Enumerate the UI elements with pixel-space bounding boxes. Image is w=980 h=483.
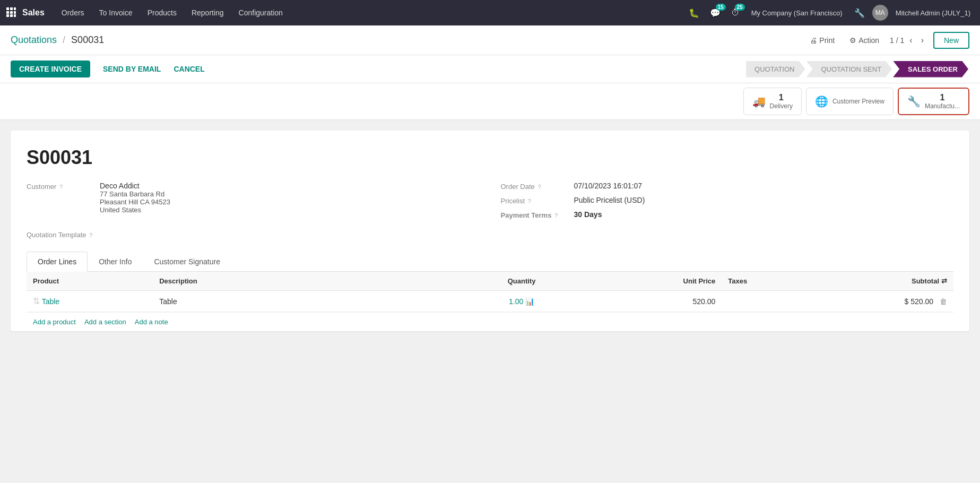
chat-icon[interactable]: 💬 15 [707,6,724,20]
clock-icon[interactable]: ⏱ 25 [728,6,743,20]
tab-order-lines[interactable]: Order Lines [27,252,88,272]
printer-icon: 🖨 [810,36,817,45]
quotation-template-row: Quotation Template ? [27,230,953,239]
nav-configuration[interactable]: Configuration [232,5,289,20]
col-header-unit-price: Unit Price [595,272,722,291]
nav-products[interactable]: Products [141,5,183,20]
delivery-button[interactable]: 🚚 1 Delivery [743,88,802,115]
col-header-quantity: Quantity [448,272,595,291]
manufacturing-label: Manufactu... [925,102,960,110]
tabs-bar: Order Lines Other Info Customer Signatur… [27,252,953,272]
manufacturing-button[interactable]: 🔧 1 Manufactu... [898,88,969,115]
columns-settings-icon[interactable]: ⇄ [941,277,947,285]
bug-icon[interactable]: 🐛 [686,6,703,20]
payment-terms-label: Payment Terms ? [501,210,570,219]
product-link[interactable]: Table [42,297,59,306]
pricelist-help[interactable]: ? [528,198,531,204]
action-button[interactable]: ⚙ Action [845,34,883,47]
drag-handle[interactable]: ⇅ [33,297,40,306]
status-pipeline: QUOTATION QUOTATION SENT SALES ORDER [746,61,969,77]
payment-terms-value: 30 Days [574,210,602,219]
svg-rect-5 [14,11,16,14]
add-row-footer: Add a product Add a section Add a note [27,312,953,331]
form-fields: Customer ? Deco Addict 77 Santa Barbara … [27,182,953,219]
customer-name[interactable]: Deco Addict [100,182,140,190]
customer-value: Deco Addict 77 Santa Barbara Rd Pleasant… [100,182,170,214]
svg-rect-4 [10,11,13,14]
action-bar: CREATE INVOICE SEND BY EMAIL CANCEL QUOT… [0,55,980,83]
customer-address3: United States [100,206,170,214]
tools-icon[interactable]: 🔧 [851,6,868,20]
nav-to-invoice[interactable]: To Invoice [93,5,139,20]
order-date-value: 07/10/2023 16:01:07 [574,182,642,190]
customer-address1: 77 Santa Barbara Rd [100,190,170,198]
pricelist-value: Public Pricelist (USD) [574,196,645,204]
tab-customer-signature[interactable]: Customer Signature [143,252,231,271]
nav-orders[interactable]: Orders [55,5,91,20]
form-title: S00031 [27,146,953,169]
create-invoice-button[interactable]: CREATE INVOICE [11,61,90,77]
nav-reporting[interactable]: Reporting [185,5,230,20]
wrench-icon: 🔧 [907,95,921,108]
print-label: Print [819,36,835,45]
pricelist-label: Pricelist ? [501,196,570,205]
breadcrumb-parent[interactable]: Quotations [11,34,57,45]
add-product-link[interactable]: Add a product [33,318,76,326]
pricelist-field-row: Pricelist ? Public Pricelist (USD) [501,196,954,205]
forecast-icon[interactable]: 📊 [525,297,534,306]
order-date-label: Order Date ? [501,182,570,191]
breadcrumb-separator: / [63,34,65,45]
row-unit-price: 520.00 [595,291,722,312]
svg-rect-1 [10,7,13,10]
cancel-button[interactable]: CANCEL [167,61,211,77]
customer-preview-icon: 🌐 [815,95,828,108]
next-page-button[interactable]: › [918,34,927,46]
gear-icon: ⚙ [849,36,856,45]
payment-terms-field-row: Payment Terms ? 30 Days [501,210,954,219]
table-row: ⇅ Table Table 1.00 📊 520.00 $ 520.00 🗑 [27,291,953,312]
print-button[interactable]: 🖨 Print [805,34,839,47]
company-name: My Company (San Francisco) [747,9,847,17]
status-sales-order[interactable]: SALES ORDER [893,61,968,77]
top-navigation: Sales Orders To Invoice Products Reporti… [0,0,980,25]
svg-rect-6 [6,14,9,17]
delete-icon[interactable]: 🗑 [940,297,947,306]
col-header-product: Product [27,272,153,291]
status-quotation-sent[interactable]: QUOTATION SENT [806,61,892,77]
action-label: Action [858,36,879,45]
grid-icon[interactable] [6,7,16,19]
manufacturing-count: 1 [925,93,960,102]
add-section-link[interactable]: Add a section [84,318,126,326]
customer-label: Customer ? [27,182,96,191]
smart-buttons-bar: 🚚 1 Delivery 🌐 Customer Preview 🔧 1 Manu… [0,83,980,120]
status-quotation[interactable]: QUOTATION [746,61,805,77]
quotation-template-label: Quotation Template ? [27,230,96,239]
quotation-template-help[interactable]: ? [89,232,92,238]
customer-preview-label: Customer Preview [832,98,884,105]
order-date-help[interactable]: ? [537,184,541,190]
new-button[interactable]: New [933,32,969,49]
row-quantity: 1.00 📊 [448,291,595,312]
tab-other-info[interactable]: Other Info [88,252,143,271]
row-subtotal: $ 520.00 🗑 [806,291,953,312]
avatar[interactable]: MA [872,5,888,21]
app-name[interactable]: Sales [22,8,45,18]
payment-terms-help[interactable]: ? [554,212,558,219]
main-content: S00031 Customer ? Deco Addict 77 Santa B… [0,120,980,342]
row-product: ⇅ Table [27,291,153,312]
col-header-description: Description [153,272,448,291]
row-taxes [722,291,806,312]
page-info: 1 / 1 [890,36,904,45]
customer-preview-button[interactable]: 🌐 Customer Preview [806,88,894,115]
prev-page-button[interactable]: ‹ [906,34,915,46]
svg-rect-2 [14,7,16,10]
order-table: Product Description Quantity Unit Price … [27,272,953,312]
user-name[interactable]: Mitchell Admin (JULY_1) [892,9,974,17]
customer-address2: Pleasant Hill CA 94523 [100,198,170,206]
clock-badge: 25 [735,4,745,11]
svg-rect-7 [10,14,13,17]
add-note-link[interactable]: Add a note [135,318,168,326]
send-by-email-button[interactable]: SEND BY EMAIL [97,61,167,77]
svg-rect-8 [14,14,16,17]
customer-help[interactable]: ? [59,184,63,190]
